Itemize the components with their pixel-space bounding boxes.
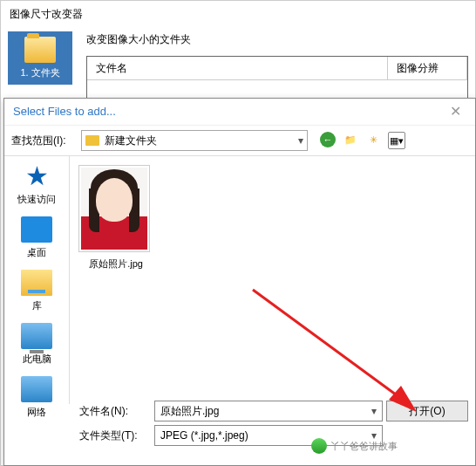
dialog-bottom: 文件名(N): 原始照片.jpg ▾ 打开(O) 文件类型(T): JPEG (… [4,394,475,465]
star-icon: ★ [21,163,52,189]
place-label: 桌面 [27,247,46,257]
file-thumbnail[interactable]: 原始照片.jpg [78,165,153,271]
open-button-label: 打开(O) [409,404,445,419]
new-folder-icon[interactable]: ✳ [365,132,381,147]
place-label: 此电脑 [23,353,51,364]
filename-value: 原始照片.jpg [160,404,219,419]
places-bar: ★ 快速访问 桌面 库 此电脑 网络 [4,156,70,404]
watermark: 丫丫爸爸讲故事 [311,438,398,454]
grid-header: 文件名 图像分辨 [87,57,467,80]
watermark-text: 丫丫爸爸讲故事 [330,440,398,453]
col-filename: 文件名 [87,57,388,79]
filetype-label: 文件类型(T): [79,428,151,443]
folder-icon [85,135,99,146]
pc-icon [21,323,52,349]
photo-preview [81,168,147,250]
col-resolution: 图像分辨 [388,57,467,79]
wechat-icon [311,438,327,454]
app-subtitle: 改变图像大小的文件夹 [79,27,475,52]
thumbnail-image [78,165,150,252]
desktop-icon [21,216,52,243]
folder-icon [24,37,56,63]
view-menu-icon[interactable]: ▦▾ [388,132,405,149]
filename-combo[interactable]: 原始照片.jpg ▾ [154,401,383,421]
up-folder-icon[interactable]: 📁 [343,132,358,147]
library-icon [21,270,52,296]
dialog-titlebar: Select Files to add... ✕ [4,99,475,126]
close-icon[interactable]: ✕ [445,99,466,125]
chevron-down-icon: ▾ [298,134,303,147]
filetype-value: JPEG (*.jpg,*.jpeg) [160,429,248,442]
sidebar-item-folder[interactable]: 1. 文件夹 [8,31,72,85]
open-button[interactable]: 打开(O) [386,401,468,421]
app-title: 图像尺寸改变器 [1,1,475,27]
file-list-area[interactable]: 原始照片.jpg [70,156,475,404]
lookin-row: 查找范围(I): 新建文件夹 ▾ ← 📁 ✳ ▦▾ [4,126,475,156]
place-desktop[interactable]: 桌面 [10,216,63,259]
lookin-value: 新建文件夹 [105,134,157,148]
thumbnail-label: 原始照片.jpg [78,257,153,271]
place-libraries[interactable]: 库 [10,270,63,312]
lookin-toolbar: ← 📁 ✳ ▦▾ [320,132,405,149]
place-this-pc[interactable]: 此电脑 [10,323,63,366]
place-label: 快速访问 [17,194,56,204]
back-icon[interactable]: ← [320,132,336,147]
lookin-combo[interactable]: 新建文件夹 ▾ [81,130,308,151]
dialog-title: Select Files to add... [13,99,116,125]
lookin-label: 查找范围(I): [11,134,81,148]
sidebar-item-label: 1. 文件夹 [20,67,59,78]
file-open-dialog: Select Files to add... ✕ 查找范围(I): 新建文件夹 … [3,98,476,466]
dialog-body: ★ 快速访问 桌面 库 此电脑 网络 [4,156,475,404]
filename-label: 文件名(N): [79,404,151,419]
place-quick-access[interactable]: ★ 快速访问 [10,163,63,206]
chevron-down-icon: ▾ [371,405,377,417]
place-label: 库 [32,300,42,311]
